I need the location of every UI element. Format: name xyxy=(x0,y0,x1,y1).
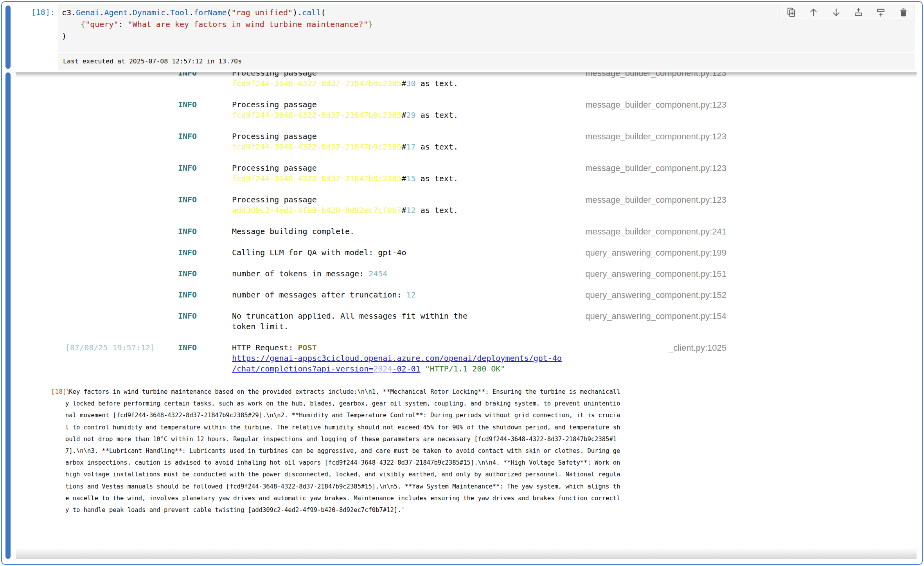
log-level: INFO xyxy=(178,195,232,216)
execution-status: Last executed at 2025-07-08 12:57:12 in … xyxy=(58,53,915,70)
insert-above-icon xyxy=(853,7,864,18)
log-timestamp xyxy=(65,195,178,216)
log-message: Processing passageadd309c2-4ed2-4f99-b42… xyxy=(232,195,564,216)
cell-toolbar xyxy=(780,4,915,20)
log-source-file: query_answering_component.py:199 xyxy=(564,247,726,258)
log-entry: INFOProcessing passagefcd9f244-3648-4322… xyxy=(65,163,726,184)
log-timestamp xyxy=(65,247,178,258)
log-level: INFO xyxy=(178,247,232,258)
log-level: INFO xyxy=(178,311,232,332)
log-entry: [07/08/25 19:57:12]INFOHTTP Request: POS… xyxy=(65,342,726,374)
log-level: INFO xyxy=(178,269,232,279)
insert-below-icon xyxy=(875,7,886,18)
log-level: INFO xyxy=(178,342,232,374)
log-entry: INFOProcessing passageadd309c2-4ed2-4f99… xyxy=(65,195,726,216)
log-entry: INFOProcessing passagefcd9f244-3648-4322… xyxy=(65,99,726,121)
log-source-file: message_builder_component.py:123 xyxy=(564,131,726,152)
log-entry: INFOCalling LLM for QA with model: gpt-4… xyxy=(65,247,726,258)
log-message: Processing passagefcd9f244-3648-4322-8d3… xyxy=(232,131,564,152)
scroll-shadow-bottom xyxy=(16,548,917,559)
log-entry: INFOnumber of tokens in message: 2454que… xyxy=(65,269,726,279)
notebook-panel: [18]: c3.Genai.Agent.Dynamic.Tool.forNam… xyxy=(1,1,923,565)
log-source-file: query_answering_component.py:151 xyxy=(564,269,726,279)
log-source-file: _client.py:1025 xyxy=(564,342,726,374)
log-level: INFO xyxy=(178,226,232,237)
log-timestamp xyxy=(65,131,178,152)
insert-cell-below-button[interactable] xyxy=(874,5,888,19)
output-scroll-area[interactable]: INFOProcessing passagefcd9f244-3648-4322… xyxy=(16,72,917,559)
log-output: INFOProcessing passagefcd9f244-3648-4322… xyxy=(65,72,726,374)
log-message: number of messages after truncation: 12 xyxy=(232,290,564,300)
log-entry: INFOProcessing passagefcd9f244-3648-4322… xyxy=(65,131,726,152)
result-text: 'Key factors in wind turbine maintenance… xyxy=(65,386,620,516)
log-source-file: query_answering_component.py:152 xyxy=(564,290,726,300)
log-source-file: query_answering_component.py:154 xyxy=(564,311,726,332)
log-timestamp xyxy=(65,99,178,121)
request-url-link[interactable]: /chat/completions?api-version= xyxy=(232,364,373,373)
log-message: Processing passagefcd9f244-3648-4322-8d3… xyxy=(232,163,564,184)
log-message: Message building complete. xyxy=(232,226,564,237)
duplicate-cell-icon xyxy=(786,7,796,18)
log-level: INFO xyxy=(178,99,232,121)
trash-icon xyxy=(898,7,909,18)
log-timestamp xyxy=(65,163,178,184)
log-source-file: message_builder_component.py:123 xyxy=(564,195,726,216)
code-line: ) xyxy=(62,30,915,42)
log-timestamp: [07/08/25 19:57:12] xyxy=(65,342,178,374)
insert-cell-above-button[interactable] xyxy=(852,5,865,19)
log-timestamp xyxy=(65,269,178,279)
log-message: No truncation applied. All messages fit … xyxy=(232,311,564,332)
arrow-up-icon xyxy=(808,7,819,18)
log-message: Calling LLM for QA with model: gpt-4o xyxy=(232,247,564,258)
log-source-file: message_builder_component.py:123 xyxy=(564,163,726,184)
output-prompt: [18]: xyxy=(31,386,70,398)
delete-cell-button[interactable] xyxy=(897,5,910,19)
log-level: INFO xyxy=(178,163,232,184)
input-prompt: [18]: xyxy=(2,7,55,17)
arrow-down-icon xyxy=(831,7,841,18)
log-entry: INFOMessage building complete.message_bu… xyxy=(65,226,726,237)
log-timestamp xyxy=(65,290,178,300)
request-url-link[interactable]: https://genai-appsc3cicloud.openai.azure… xyxy=(232,353,562,363)
output-cell-collapser[interactable] xyxy=(5,72,11,559)
duplicate-cell-button[interactable] xyxy=(785,5,798,19)
log-source-file: message_builder_component.py:241 xyxy=(564,226,726,237)
log-level: INFO xyxy=(178,290,232,300)
log-entry: INFONo truncation applied. All messages … xyxy=(65,311,726,332)
log-message: number of tokens in message: 2454 xyxy=(232,269,564,279)
move-cell-up-button[interactable] xyxy=(807,5,820,19)
log-entry: INFOnumber of messages after truncation:… xyxy=(65,290,726,300)
result-output: [18]: 'Key factors in wind turbine maint… xyxy=(16,386,917,516)
log-level: INFO xyxy=(178,131,232,152)
log-message: Processing passagefcd9f244-3648-4322-8d3… xyxy=(232,99,564,121)
log-timestamp xyxy=(65,311,178,332)
request-url-link[interactable]: 2024 xyxy=(373,364,392,373)
move-cell-down-button[interactable] xyxy=(829,5,843,19)
request-url-link[interactable]: -02-01 xyxy=(392,364,420,373)
scroll-shadow-top xyxy=(16,72,917,78)
log-timestamp xyxy=(65,226,178,237)
log-source-file: message_builder_component.py:123 xyxy=(564,99,726,121)
log-message: HTTP Request: POSThttps://genai-appsc3ci… xyxy=(232,342,564,374)
